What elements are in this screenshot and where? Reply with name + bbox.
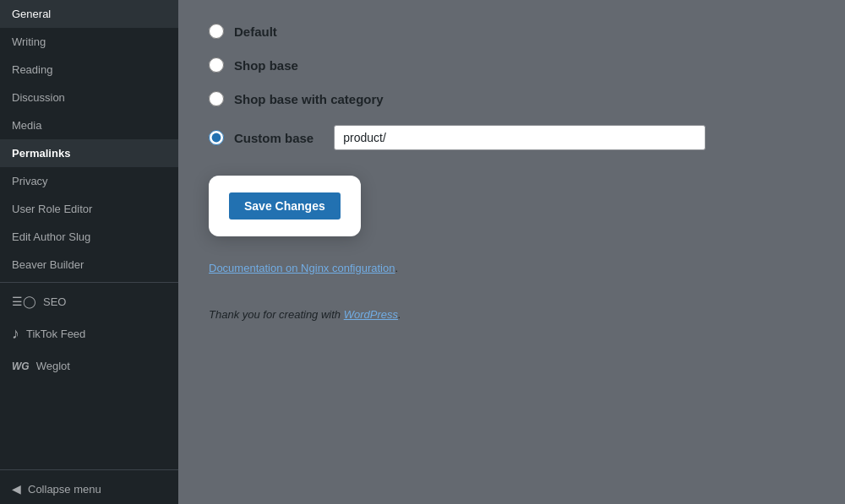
radio-shop-base[interactable] xyxy=(209,57,224,73)
save-changes-button[interactable]: Save Changes xyxy=(229,192,341,219)
radio-row-shop-base: Shop base xyxy=(209,57,815,73)
sidebar-item-discussion[interactable]: Discussion xyxy=(0,84,178,111)
sidebar-item-label: Media xyxy=(12,119,41,132)
sidebar-item-label: Edit Author Slug xyxy=(12,230,90,243)
sidebar-item-label: TikTok Feed xyxy=(26,328,85,340)
radio-row-shop-base-category: Shop base with category xyxy=(209,91,815,106)
sidebar-item-writing[interactable]: Writing xyxy=(0,28,178,56)
custom-base-input[interactable] xyxy=(334,125,706,150)
sidebar-item-label: Permalinks xyxy=(12,147,70,160)
radio-options-group: Default Shop base Shop base with categor… xyxy=(209,24,815,150)
wordpress-link[interactable]: WordPress xyxy=(344,308,398,321)
sidebar-item-weglot[interactable]: WG Weglot xyxy=(0,351,178,381)
doc-suffix: . xyxy=(395,262,398,274)
weglot-icon: WG xyxy=(12,360,30,372)
seo-icon: ☰◯ xyxy=(12,295,36,308)
sidebar-item-label: Weglot xyxy=(36,360,70,372)
sidebar-item-reading[interactable]: Reading xyxy=(0,56,178,84)
radio-label-default: Default xyxy=(234,24,277,39)
footer-prefix: Thank you for creating with xyxy=(209,308,344,321)
sidebar-item-edit-author-slug[interactable]: Edit Author Slug xyxy=(0,223,178,251)
main-content: Default Shop base Shop base with categor… xyxy=(178,0,845,504)
sidebar-item-collapse-menu[interactable]: ◀ Collapse menu xyxy=(0,474,178,504)
save-spotlight: Save Changes xyxy=(209,176,361,236)
sidebar-item-label: Collapse menu xyxy=(28,483,101,496)
divider-1 xyxy=(0,282,178,283)
divider-2 xyxy=(0,469,178,470)
sidebar-item-tiktok[interactable]: ♪ TikTok Feed xyxy=(0,317,178,351)
radio-label-custom-base: Custom base xyxy=(234,131,313,145)
sidebar-item-user-role-editor[interactable]: User Role Editor xyxy=(0,195,178,223)
sidebar-item-beaver-builder[interactable]: Beaver Builder xyxy=(0,251,178,279)
sidebar: General Writing Reading Discussion Media… xyxy=(0,0,178,504)
radio-label-shop-base-category: Shop base with category xyxy=(234,92,384,106)
doc-link-area: Documentation on Nginx configuration. xyxy=(209,262,815,274)
sidebar-item-label: General xyxy=(12,8,51,20)
sidebar-item-privacy[interactable]: Privacy xyxy=(0,167,178,195)
footer-suffix: . xyxy=(398,308,401,321)
radio-custom-base[interactable] xyxy=(209,130,224,145)
radio-label-shop-base: Shop base xyxy=(234,58,298,73)
sidebar-item-label: SEO xyxy=(43,295,66,308)
sidebar-item-permalinks[interactable]: Permalinks xyxy=(0,139,178,167)
footer-text: Thank you for creating with WordPress. xyxy=(209,308,815,321)
sidebar-item-label: Beaver Builder xyxy=(12,258,84,271)
collapse-icon: ◀ xyxy=(12,482,21,496)
sidebar-item-label: Writing xyxy=(12,35,46,48)
sidebar-item-general[interactable]: General xyxy=(0,0,178,28)
tiktok-icon: ♪ xyxy=(12,325,19,343)
radio-default[interactable] xyxy=(209,24,224,39)
radio-row-custom-base: Custom base xyxy=(209,125,815,150)
nginx-doc-link[interactable]: Documentation on Nginx configuration xyxy=(209,262,395,274)
radio-row-default: Default xyxy=(209,24,815,39)
sidebar-item-media[interactable]: Media xyxy=(0,111,178,139)
sidebar-item-label: Discussion xyxy=(12,91,65,104)
radio-shop-base-category[interactable] xyxy=(209,91,224,106)
save-area: Save Changes xyxy=(209,176,815,236)
sidebar-item-label: User Role Editor xyxy=(12,203,92,215)
sidebar-item-seo[interactable]: ☰◯ SEO xyxy=(0,286,178,317)
sidebar-item-label: Reading xyxy=(12,63,52,76)
sidebar-item-label: Privacy xyxy=(12,175,48,187)
